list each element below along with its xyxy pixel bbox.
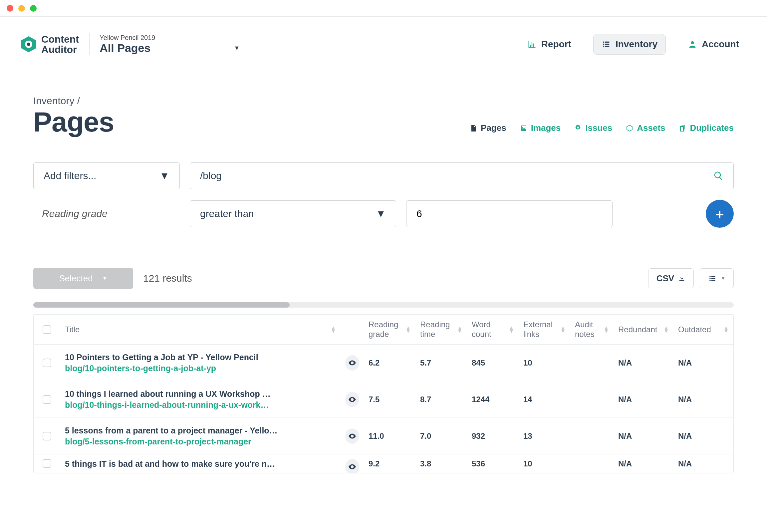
sort-icon: ▲▼ (331, 326, 336, 333)
issues-icon (574, 124, 582, 132)
cell-word-count: 536 (467, 459, 519, 468)
tab-issues[interactable]: Issues (574, 123, 612, 133)
eye-icon (348, 432, 357, 440)
table-row[interactable]: 10 things I learned about running a UX W… (34, 381, 733, 418)
add-filters-dropdown[interactable]: Add filters... ▼ (33, 162, 180, 189)
chevron-down-icon: ▼ (234, 45, 240, 52)
col-redundant[interactable]: Redundant ▲▼ (614, 315, 673, 344)
tab-pages[interactable]: Pages (469, 123, 506, 133)
scope-label: All Pages (100, 42, 150, 55)
cell-external-links: 10 (519, 459, 570, 468)
sort-icon: ▲▼ (723, 326, 729, 333)
col-audit-notes[interactable]: Audit notes ▲▼ (570, 315, 614, 344)
filter-value-field[interactable] (416, 208, 602, 219)
search-icon[interactable] (713, 171, 723, 181)
col-title[interactable]: Title ▲▼ (60, 315, 341, 344)
cell-reading-time: 8.7 (415, 395, 467, 404)
add-filter-button[interactable]: ＋ (706, 200, 734, 228)
box-icon (626, 124, 634, 132)
preview-button[interactable] (345, 355, 359, 371)
chevron-down-icon: ▼ (721, 276, 725, 281)
filters-panel: Add filters... ▼ Reading grade greater t… (20, 162, 747, 228)
col-word-count[interactable]: Word count ▲▼ (467, 315, 519, 344)
window-close-icon[interactable] (7, 5, 13, 12)
row-checkbox[interactable] (34, 432, 60, 440)
row-checkbox[interactable] (34, 359, 60, 367)
eye-icon (348, 395, 357, 404)
row-checkbox[interactable] (34, 395, 60, 404)
page-title: Pages (33, 108, 114, 136)
row-title: 10 Pointers to Getting a Job at YP - Yel… (65, 353, 258, 362)
cell-reading-grade: 11.0 (364, 431, 415, 441)
tab-assets[interactable]: Assets (626, 123, 665, 133)
download-icon (678, 275, 685, 282)
cell-word-count: 1244 (467, 395, 519, 404)
col-outdated[interactable]: Outdated ▲▼ (673, 315, 733, 344)
divider (89, 33, 90, 55)
cell-redundant: N/A (614, 358, 673, 368)
cell-external-links: 10 (519, 358, 570, 368)
window-minimize-icon[interactable] (18, 5, 25, 12)
nav-report[interactable]: Report (519, 34, 579, 54)
operator-dropdown[interactable]: greater than ▼ (190, 200, 396, 227)
bar-chart-icon (527, 40, 537, 49)
cell-outdated: N/A (673, 395, 733, 404)
eye-icon (348, 462, 357, 471)
preview-button[interactable] (345, 459, 359, 473)
sort-icon: ▲▼ (457, 326, 462, 333)
cell-reading-time: 3.8 (415, 459, 467, 468)
cell-outdated: N/A (673, 431, 733, 441)
table-row[interactable]: 5 things IT is bad at and how to make su… (34, 454, 733, 473)
tab-duplicates[interactable]: Duplicates (679, 123, 734, 133)
cell-outdated: N/A (673, 358, 733, 368)
eye-icon (348, 359, 357, 367)
logo-icon (20, 36, 37, 53)
table-row[interactable]: 10 Pointers to Getting a Job at YP - Yel… (34, 345, 733, 381)
results-toolbar: Selected ▼ 121 results CSV ▼ (20, 268, 747, 289)
cell-reading-time: 7.0 (415, 431, 467, 441)
row-title: 5 lessons from a parent to a project man… (65, 426, 278, 435)
cell-external-links: 14 (519, 395, 570, 404)
col-reading-time[interactable]: Reading time ▲▼ (415, 315, 467, 344)
sort-icon: ▲▼ (604, 326, 609, 333)
nav-account[interactable]: Account (680, 34, 747, 54)
filter-value-input[interactable] (406, 200, 613, 227)
row-url[interactable]: blog/10-things-i-learned-about-running-a… (65, 400, 271, 410)
cell-redundant: N/A (614, 431, 673, 441)
list-icon (602, 40, 611, 49)
cell-redundant: N/A (614, 459, 673, 468)
tab-images[interactable]: Images (520, 123, 561, 133)
cell-redundant: N/A (614, 395, 673, 404)
table-header: Title ▲▼ Reading grade ▲▼ Reading time ▲… (34, 315, 733, 345)
plus-icon: ＋ (713, 205, 726, 223)
window-zoom-icon[interactable] (30, 5, 37, 12)
export-csv-button[interactable]: CSV (648, 268, 694, 288)
row-url[interactable]: blog/10-pointers-to-getting-a-job-at-yp (65, 364, 258, 373)
col-reading-grade[interactable]: Reading grade ▲▼ (364, 315, 415, 344)
users-icon (688, 40, 697, 49)
row-url[interactable]: blog/5-lessons-from-parent-to-project-ma… (65, 437, 278, 446)
cell-external-links: 13 (519, 431, 570, 441)
scope-dropdown[interactable]: Yellow Pencil 2019 All Pages ▼ (100, 34, 240, 55)
select-all-checkbox[interactable] (34, 315, 60, 344)
search-input[interactable] (200, 170, 713, 181)
horizontal-scrollbar[interactable] (33, 302, 734, 308)
view-tabs: Pages Images Issues Assets Duplicates (469, 123, 734, 133)
file-icon (469, 124, 477, 132)
svg-point-2 (27, 43, 30, 46)
preview-button[interactable] (345, 392, 359, 407)
selected-dropdown[interactable]: Selected ▼ (33, 268, 133, 289)
col-external-links[interactable]: External links ▲▼ (519, 315, 570, 344)
image-icon (520, 124, 528, 132)
table-row[interactable]: 5 lessons from a parent to a project man… (34, 418, 733, 454)
filter-field-label: Reading grade (33, 208, 180, 219)
scrollbar-thumb[interactable] (33, 302, 290, 308)
view-mode-dropdown[interactable]: ▼ (700, 268, 734, 288)
sort-icon: ▲▼ (509, 326, 514, 333)
row-checkbox[interactable] (34, 459, 60, 468)
brand[interactable]: Content Auditor (20, 34, 79, 55)
preview-button[interactable] (345, 428, 359, 444)
nav-inventory[interactable]: Inventory (593, 34, 666, 55)
search-box[interactable] (190, 162, 734, 189)
top-nav: Content Auditor Yellow Pencil 2019 All P… (20, 33, 747, 55)
